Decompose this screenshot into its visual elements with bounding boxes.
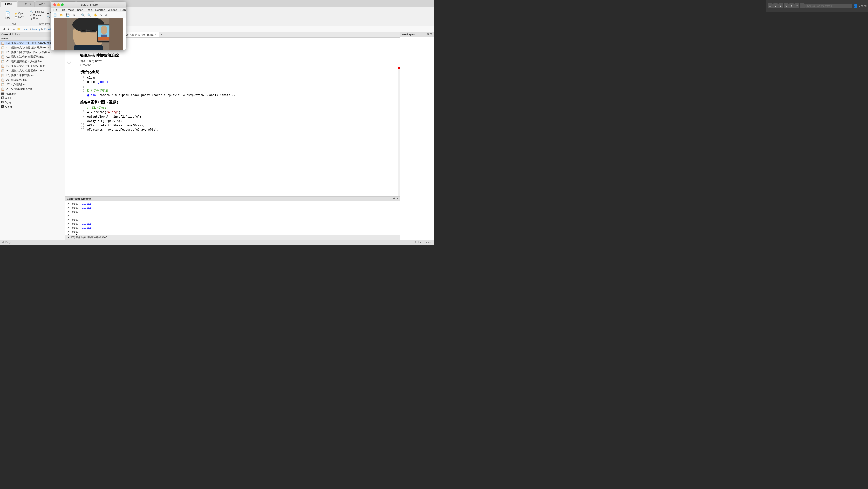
figure-menu: File Edit View Insert Tools Desktop Wind… bbox=[51, 8, 126, 12]
list-item[interactable]: 📋 [D1] 摄像头实时拍摄-追踪-代码拆解.mlx bbox=[0, 50, 65, 55]
svg-rect-15 bbox=[74, 45, 103, 50]
script-author: 同济子豪兄 http:// bbox=[80, 59, 391, 63]
forward-button[interactable]: ▶ bbox=[7, 27, 11, 31]
fig-menu-desktop[interactable]: Desktop bbox=[95, 8, 105, 11]
cmd-line-1: >> clear global bbox=[67, 202, 398, 206]
script-subtitle: 摄像头实时拍摄和追踪 bbox=[80, 53, 391, 58]
fig-tool-print[interactable]: 🖨 bbox=[71, 13, 76, 17]
busy-indicator bbox=[2, 241, 4, 243]
editor-area: MATLAB 摄像头实时拍摄和追踪 同济子豪兄 http:// 2022-3-1… bbox=[65, 37, 400, 196]
code-line-1: clear bbox=[87, 76, 391, 80]
figure-minimize-button[interactable] bbox=[57, 3, 60, 6]
file-icon: 🖼 bbox=[1, 96, 4, 99]
encoding-label: UTF-8 bbox=[415, 241, 422, 243]
file-name: [C1] 增加追踪功能-代码拆解.mlx bbox=[6, 60, 64, 63]
code-block-2: 6 7 8 9 10 11 12 % 提取A图特征 bbox=[80, 106, 391, 137]
list-item[interactable]: 📋 [B1] 摄像头单帧拍摄.mlx bbox=[0, 73, 65, 78]
tab-plots[interactable]: PLOTS bbox=[18, 1, 35, 6]
back-button[interactable]: ◀ bbox=[2, 27, 6, 31]
figure-maximize-button[interactable] bbox=[61, 3, 64, 6]
workspace-expand-icon[interactable]: ⊕ bbox=[427, 32, 429, 36]
file-icon: 📋 bbox=[1, 55, 5, 59]
section-init: 初始化全局... 1 2 3 4 5 clear bbox=[80, 69, 391, 97]
code-content-1: clear clear global % 指定全局变量 global camer… bbox=[87, 76, 391, 97]
matlab-title: MATLAB bbox=[80, 45, 391, 51]
code-line-11: AFeatures = extractFeatures(AGray, APts)… bbox=[87, 128, 391, 132]
list-item[interactable]: 📋 [A2] 代码整理.mlx bbox=[0, 82, 65, 87]
add-tab-button[interactable]: + bbox=[159, 33, 164, 36]
print-icon: 🖨 bbox=[30, 17, 32, 20]
list-item[interactable]: 📋 [A1] AR简单Demo.mlx bbox=[0, 87, 65, 91]
list-item[interactable]: 📋 [C2] 增加追踪功能-封装函数.mlx bbox=[0, 55, 65, 59]
list-item[interactable]: 🖼 B.jpg bbox=[0, 100, 65, 105]
up-button[interactable]: ▲ bbox=[11, 27, 16, 31]
save-icon: 💾 bbox=[14, 16, 18, 18]
cmd-options-icon[interactable]: ▼ bbox=[396, 197, 399, 200]
fig-tool-open[interactable]: 📂 bbox=[59, 13, 64, 17]
svg-rect-12 bbox=[98, 37, 110, 41]
fig-menu-help[interactable]: Help bbox=[120, 8, 126, 11]
list-item[interactable]: 🎬 test3.mp4 bbox=[0, 91, 65, 96]
bread-tommy[interactable]: tommy bbox=[32, 28, 40, 31]
command-window-content[interactable]: >> clear global >> clear global >> clear… bbox=[65, 201, 400, 235]
list-item[interactable]: 📋 [A3] 封装函数.mlx bbox=[0, 78, 65, 82]
fig-menu-window[interactable]: Window bbox=[108, 8, 118, 11]
fig-tool-cursor[interactable]: ↖ bbox=[99, 13, 103, 17]
error-gutter bbox=[398, 67, 400, 196]
file-name: [B1] 摄像头单帧拍摄.mlx bbox=[6, 74, 64, 77]
status-bar: Busy UTF-8 script bbox=[0, 240, 434, 244]
tab-apps[interactable]: APPS bbox=[35, 1, 51, 6]
file-icon: 📋 bbox=[1, 83, 5, 86]
print-button[interactable]: 🖨 Print bbox=[29, 17, 45, 20]
file-icon: 📋 bbox=[1, 87, 5, 91]
list-item[interactable]: 📋 [C1] 增加追踪功能-代码拆解.mlx bbox=[0, 59, 65, 64]
fig-tool-pan[interactable]: ✋ bbox=[93, 13, 98, 17]
list-item[interactable]: 📋 [B2] 摄像头实时拍摄-图像AR.mlx bbox=[0, 68, 65, 73]
sidebar: Current Folder ⊕ ▼ Name 📋 [D3] 摄像头实时拍摄-追… bbox=[0, 32, 65, 240]
fig-menu-view[interactable]: View bbox=[68, 8, 74, 11]
figure-controls bbox=[53, 3, 64, 6]
cmd-line-6: >> clear global bbox=[67, 222, 398, 226]
file-icon: 📋 bbox=[1, 60, 5, 63]
list-item[interactable]: 📋 [B3] 摄像头实时拍摄-图像AR.mlx bbox=[0, 64, 65, 68]
bottom-tab-label: [D3] 摄像头实时拍摄-追踪-视频AR.m... bbox=[71, 236, 112, 239]
list-item[interactable]: 🖼 A.png bbox=[0, 105, 65, 109]
code-line-9: AGray = rgb2gray(A); bbox=[87, 119, 391, 123]
fig-tool-new[interactable]: 📄 bbox=[52, 13, 58, 17]
cmd-line-3: >> clear bbox=[67, 210, 398, 214]
fig-menu-edit[interactable]: Edit bbox=[61, 8, 65, 11]
fig-tool-save[interactable]: 💾 bbox=[65, 13, 70, 17]
fig-tool-data-cursor[interactable]: ⊕ bbox=[104, 13, 108, 17]
fig-tool-zoom-out[interactable]: 🔍 bbox=[87, 13, 92, 17]
fig-menu-insert[interactable]: Insert bbox=[76, 8, 83, 11]
save-button[interactable]: 💾 Save bbox=[13, 15, 25, 19]
cmd-expand-icon[interactable]: ⊕ bbox=[393, 197, 395, 200]
fig-menu-tools[interactable]: Tools bbox=[86, 8, 93, 11]
cmd-line-5: >> clear bbox=[67, 218, 398, 222]
editor-tab-2-close[interactable]: ✕ bbox=[155, 33, 156, 36]
workspace-panel: Workspace ⊕ ▼ bbox=[400, 32, 434, 240]
compare-button[interactable]: ⚖ Compare bbox=[29, 13, 45, 17]
find-files-button[interactable]: 🔍 Find Files bbox=[29, 10, 45, 13]
list-item[interactable]: 🖼 C.jpg bbox=[0, 96, 65, 100]
command-window: Command Window ⊕ ▼ >> clear global >> cl… bbox=[65, 196, 400, 235]
cmd-line-8: >> clear bbox=[67, 230, 398, 234]
new-button[interactable]: 📄 New bbox=[3, 11, 12, 20]
main-content: Current Folder ⊕ ▼ Name 📋 [D3] 摄像头实时拍摄-追… bbox=[0, 32, 434, 240]
figure-window: Figure 3: Figure File Edit View Insert T… bbox=[51, 2, 126, 50]
addr-icon: 📁 bbox=[17, 27, 21, 31]
open-icon: 📂 bbox=[14, 12, 18, 15]
workspace-header: Workspace ⊕ ▼ bbox=[400, 32, 434, 37]
status-left: Busy bbox=[2, 241, 11, 243]
goto-icon: ➡ bbox=[47, 12, 49, 15]
fig-tool-zoom-in[interactable]: 🔍 bbox=[80, 13, 86, 17]
matlab-header-section: MATLAB 摄像头实时拍摄和追踪 同济子豪兄 http:// 2022-3-1… bbox=[80, 45, 391, 67]
fig-menu-file[interactable]: File bbox=[53, 8, 58, 11]
workspace-options-icon[interactable]: ▼ bbox=[430, 32, 433, 36]
open-button[interactable]: 📂 Open bbox=[13, 12, 25, 15]
tab-home[interactable]: HOME bbox=[1, 1, 17, 6]
bread-users[interactable]: Users bbox=[22, 28, 29, 31]
code-line-4: % 指定全局变量 bbox=[87, 89, 391, 93]
figure-close-button[interactable] bbox=[53, 3, 56, 6]
workspace-content bbox=[400, 37, 434, 240]
